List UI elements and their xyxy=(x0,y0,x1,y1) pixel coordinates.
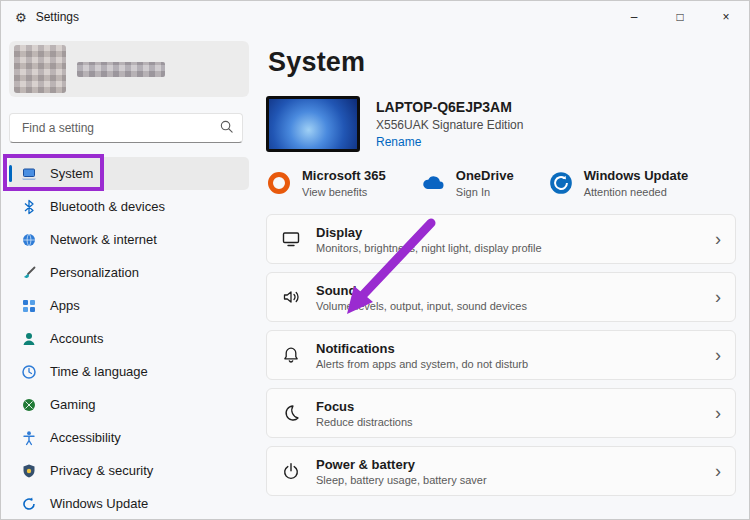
sidebar-item-label: Apps xyxy=(50,298,80,313)
sidebar-item-network-internet[interactable]: Network & internet xyxy=(9,223,249,256)
bluetooth-icon xyxy=(21,199,37,215)
apps-grid-icon xyxy=(21,298,37,314)
close-button[interactable]: × xyxy=(703,1,749,33)
device-image xyxy=(266,96,360,152)
onedrive-cloud-icon xyxy=(420,170,446,196)
search-input[interactable] xyxy=(20,120,219,136)
accessibility-person-icon xyxy=(21,430,37,446)
sidebar-item-label: Privacy & security xyxy=(50,463,153,478)
sidebar-item-gaming[interactable]: Gaming xyxy=(9,388,249,421)
sound-icon xyxy=(281,287,301,307)
settings-row-sound[interactable]: Sound Volume levels, output, input, soun… xyxy=(266,272,736,322)
xbox-sphere-icon xyxy=(21,397,37,413)
sidebar-item-windows-update[interactable]: Windows Update xyxy=(9,487,249,520)
window-title: Settings xyxy=(36,10,79,24)
sidebar-item-label: Windows Update xyxy=(50,496,148,511)
titlebar: ⚙ Settings – □ × xyxy=(1,1,749,33)
chevron-right-icon: › xyxy=(715,462,721,480)
sidebar-item-system[interactable]: System xyxy=(9,157,249,190)
microsoft-365-icon xyxy=(266,170,292,196)
display-icon xyxy=(281,229,301,249)
microsoft-365-card[interactable]: Microsoft 365 View benefits xyxy=(266,168,386,198)
chevron-right-icon: › xyxy=(715,230,721,248)
user-profile[interactable] xyxy=(9,41,249,97)
update-arrows-icon xyxy=(21,496,37,512)
settings-row-title: Display xyxy=(316,225,542,240)
settings-row-subtitle: Sleep, battery usage, battery saver xyxy=(316,474,487,486)
sidebar-item-bluetooth-devices[interactable]: Bluetooth & devices xyxy=(9,190,249,223)
chevron-right-icon: › xyxy=(715,346,721,364)
sidebar-nav: System Bluetooth & devices Network & int… xyxy=(1,157,257,520)
main-content: System LAPTOP-Q6EJP3AM X556UAK Signature… xyxy=(257,33,749,519)
sidebar-item-apps[interactable]: Apps xyxy=(9,289,249,322)
sidebar-item-personalization[interactable]: Personalization xyxy=(9,256,249,289)
sidebar-item-label: Gaming xyxy=(50,397,96,412)
windows-update-icon xyxy=(548,170,574,196)
settings-row-title: Sound xyxy=(316,283,527,298)
sidebar-item-label: Personalization xyxy=(50,265,139,280)
focus-moon-icon xyxy=(281,403,301,423)
sidebar-item-accessibility[interactable]: Accessibility xyxy=(9,421,249,454)
globe-icon xyxy=(21,232,37,248)
settings-row-title: Power & battery xyxy=(316,457,487,472)
sidebar-item-label: Accounts xyxy=(50,331,103,346)
settings-row-subtitle: Reduce distractions xyxy=(316,416,413,428)
person-icon xyxy=(21,331,37,347)
settings-row-subtitle: Volume levels, output, input, sound devi… xyxy=(316,300,527,312)
sidebar-item-accounts[interactable]: Accounts xyxy=(9,322,249,355)
device-name: LAPTOP-Q6EJP3AM xyxy=(376,99,523,115)
minimize-button[interactable]: – xyxy=(611,1,657,33)
sidebar-item-label: System xyxy=(50,166,93,181)
search-icon xyxy=(219,119,234,138)
rename-link[interactable]: Rename xyxy=(376,135,523,149)
settings-row-subtitle: Monitors, brightness, night light, displ… xyxy=(316,242,542,254)
windows-update-card[interactable]: Windows Update Attention needed xyxy=(548,168,689,198)
settings-row-focus[interactable]: Focus Reduce distractions › xyxy=(266,388,736,438)
paintbrush-icon xyxy=(21,265,37,281)
quick-cards: Microsoft 365 View benefits OneDrive Sig… xyxy=(266,168,749,198)
settings-row-subtitle: Alerts from apps and system, do not dist… xyxy=(316,358,528,370)
maximize-button[interactable]: □ xyxy=(657,1,703,33)
device-info-section: LAPTOP-Q6EJP3AM X556UAK Signature Editio… xyxy=(266,96,749,152)
settings-row-power-battery[interactable]: Power & battery Sleep, battery usage, ba… xyxy=(266,446,736,496)
sidebar-item-label: Time & language xyxy=(50,364,148,379)
settings-gear-icon: ⚙ xyxy=(15,10,27,25)
clock-icon xyxy=(21,364,37,380)
settings-list: Display Monitors, brightness, night ligh… xyxy=(266,214,736,496)
power-icon xyxy=(281,461,301,481)
device-edition: X556UAK Signature Edition xyxy=(376,118,523,132)
quick-card-subtitle: Sign In xyxy=(456,186,514,198)
system-icon xyxy=(21,166,37,182)
sidebar-item-label: Accessibility xyxy=(50,430,121,445)
sidebar-item-label: Network & internet xyxy=(50,232,157,247)
sidebar-item-privacy-security[interactable]: Privacy & security xyxy=(9,454,249,487)
onedrive-card[interactable]: OneDrive Sign In xyxy=(420,168,514,198)
quick-card-title: OneDrive xyxy=(456,168,514,183)
sidebar: System Bluetooth & devices Network & int… xyxy=(1,33,257,519)
shield-icon xyxy=(21,463,37,479)
bell-icon xyxy=(281,345,301,365)
user-name-redacted xyxy=(77,62,165,77)
chevron-right-icon: › xyxy=(715,404,721,422)
page-title: System xyxy=(268,47,749,78)
settings-row-display[interactable]: Display Monitors, brightness, night ligh… xyxy=(266,214,736,264)
sidebar-item-time-language[interactable]: Time & language xyxy=(9,355,249,388)
search-box[interactable] xyxy=(9,113,243,143)
quick-card-subtitle: Attention needed xyxy=(584,186,689,198)
quick-card-title: Microsoft 365 xyxy=(302,168,386,183)
window-controls: – □ × xyxy=(611,1,749,33)
quick-card-title: Windows Update xyxy=(584,168,689,183)
settings-row-title: Focus xyxy=(316,399,413,414)
sidebar-item-label: Bluetooth & devices xyxy=(50,199,165,214)
settings-row-title: Notifications xyxy=(316,341,528,356)
avatar xyxy=(14,45,66,93)
chevron-right-icon: › xyxy=(715,288,721,306)
settings-row-notifications[interactable]: Notifications Alerts from apps and syste… xyxy=(266,330,736,380)
quick-card-subtitle: View benefits xyxy=(302,186,386,198)
